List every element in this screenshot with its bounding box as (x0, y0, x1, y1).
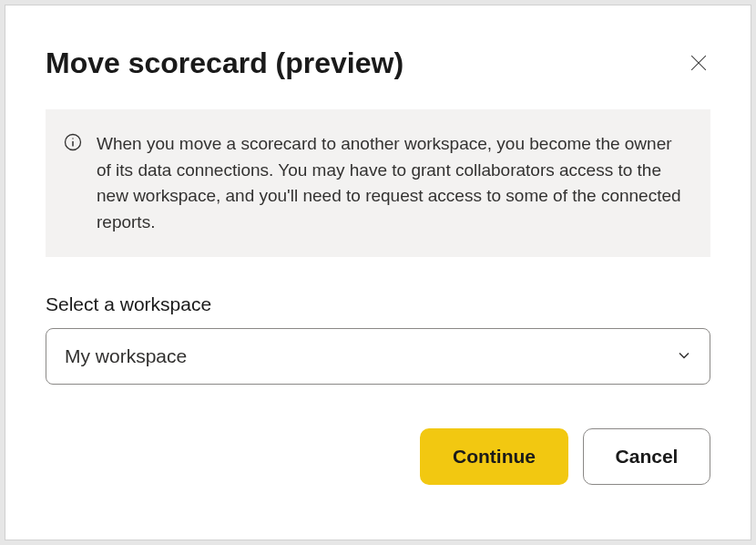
dialog-footer: Continue Cancel (46, 428, 710, 485)
info-banner: When you move a scorecard to another wor… (46, 109, 710, 257)
info-icon (64, 133, 82, 151)
info-message: When you move a scorecard to another wor… (97, 131, 685, 235)
move-scorecard-dialog: Move scorecard (preview) When you move a… (5, 5, 751, 540)
workspace-dropdown[interactable]: My workspace (46, 328, 710, 385)
svg-point-3 (72, 139, 73, 139)
workspace-selector-label: Select a workspace (46, 293, 710, 315)
close-icon (690, 55, 707, 74)
workspace-dropdown-value: My workspace (65, 345, 187, 367)
dialog-title: Move scorecard (preview) (46, 46, 404, 80)
dialog-header: Move scorecard (preview) (46, 46, 710, 80)
continue-button[interactable]: Continue (420, 428, 568, 485)
close-button[interactable] (687, 51, 710, 77)
cancel-button[interactable]: Cancel (583, 428, 710, 485)
chevron-down-icon (677, 345, 691, 367)
